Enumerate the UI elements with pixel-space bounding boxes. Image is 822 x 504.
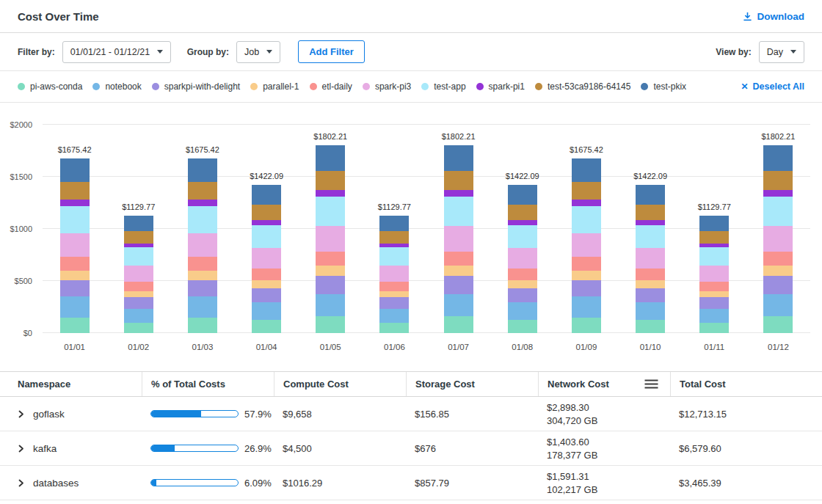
bar-segment-pi-aws-conda[interactable] — [508, 320, 537, 333]
bar-segment-sparkpi-with-delight[interactable] — [763, 276, 793, 293]
bar-segment-parallel-1[interactable] — [508, 280, 537, 288]
bar-segment-spark-pi1[interactable] — [508, 220, 537, 225]
bar-segment-test-53ca9186-64145[interactable] — [316, 171, 345, 190]
bar-segment-notebook[interactable] — [60, 296, 90, 317]
bar-segment-etl-daily[interactable] — [60, 257, 90, 270]
bar-segment-test-app[interactable] — [636, 225, 665, 248]
bar-segment-test-pkix[interactable] — [188, 158, 217, 182]
bar-segment-test-53ca9186-64145[interactable] — [60, 182, 90, 200]
namespace-cell[interactable]: goflask — [0, 397, 142, 431]
bar-segment-test-53ca9186-64145[interactable] — [572, 182, 601, 200]
namespace-cell[interactable]: databases — [0, 466, 142, 500]
bar-segment-etl-daily[interactable] — [508, 269, 537, 280]
bar-segment-parallel-1[interactable] — [699, 291, 729, 298]
bar-segment-test-app[interactable] — [508, 225, 537, 248]
bar-segment-test-app[interactable] — [60, 206, 90, 233]
table-row-goflask[interactable]: goflask57.9%$9,658$156.85$2,898.30304,72… — [0, 397, 822, 431]
bar-segment-parallel-1[interactable] — [124, 291, 153, 298]
bar-segment-sparkpi-with-delight[interactable] — [316, 276, 345, 293]
bar-segment-test-53ca9186-64145[interactable] — [763, 171, 793, 190]
bar-segment-spark-pi3[interactable] — [60, 233, 90, 258]
bar-segment-test-app[interactable] — [699, 247, 729, 266]
bar-segment-etl-daily[interactable] — [444, 252, 473, 266]
bar-segment-etl-daily[interactable] — [188, 257, 217, 270]
bar-segment-pi-aws-conda[interactable] — [699, 323, 729, 333]
bar-segment-parallel-1[interactable] — [763, 266, 793, 276]
bar-segment-sparkpi-with-delight[interactable] — [572, 280, 601, 297]
bar-segment-pi-aws-conda[interactable] — [444, 316, 473, 333]
bar-segment-parallel-1[interactable] — [444, 266, 473, 276]
bar-segment-notebook[interactable] — [572, 296, 601, 317]
legend-item-pi-aws-conda[interactable]: pi-aws-conda — [18, 81, 82, 92]
bar-segment-spark-pi3[interactable] — [252, 248, 281, 269]
bar-segment-etl-daily[interactable] — [699, 282, 729, 291]
bar-segment-parallel-1[interactable] — [572, 271, 601, 280]
bar-segment-test-pkix[interactable] — [444, 145, 473, 170]
bar-segment-pi-aws-conda[interactable] — [124, 323, 153, 333]
chevron-right-icon[interactable] — [16, 478, 26, 488]
bar-segment-test-pkix[interactable] — [763, 145, 793, 170]
bar-segment-parallel-1[interactable] — [636, 280, 665, 288]
stacked-bar-01-06[interactable] — [379, 125, 409, 333]
bar-segment-spark-pi3[interactable] — [572, 233, 601, 258]
bar-segment-spark-pi3[interactable] — [379, 266, 409, 282]
bar-segment-test-app[interactable] — [763, 197, 793, 226]
legend-item-test-pkix[interactable]: test-pkix — [641, 81, 686, 92]
bar-segment-test-app[interactable] — [188, 206, 217, 233]
bar-segment-test-pkix[interactable] — [124, 216, 153, 232]
bar-segment-pi-aws-conda[interactable] — [252, 320, 281, 333]
bar-segment-pi-aws-conda[interactable] — [60, 318, 90, 333]
bar-segment-etl-daily[interactable] — [316, 252, 345, 266]
bar-segment-etl-daily[interactable] — [124, 282, 153, 291]
bar-segment-notebook[interactable] — [252, 302, 281, 320]
bar-segment-sparkpi-with-delight[interactable] — [252, 288, 281, 302]
bar-segment-test-53ca9186-64145[interactable] — [188, 182, 217, 200]
stacked-bar-01-04[interactable] — [252, 125, 281, 333]
bar-segment-parallel-1[interactable] — [316, 266, 345, 276]
legend-item-parallel-1[interactable]: parallel-1 — [250, 81, 299, 92]
download-button[interactable]: Download — [742, 11, 805, 22]
bar-segment-test-53ca9186-64145[interactable] — [379, 231, 409, 243]
chevron-right-icon[interactable] — [16, 409, 26, 419]
bar-segment-parallel-1[interactable] — [60, 271, 90, 280]
stacked-bar-01-08[interactable] — [508, 125, 537, 333]
legend-item-sparkpi-with-delight[interactable]: sparkpi-with-delight — [152, 81, 240, 92]
bar-segment-sparkpi-with-delight[interactable] — [188, 280, 217, 297]
bar-segment-spark-pi3[interactable] — [636, 248, 665, 269]
bar-segment-notebook[interactable] — [763, 294, 793, 317]
bar-segment-test-53ca9186-64145[interactable] — [124, 231, 153, 243]
bar-segment-notebook[interactable] — [508, 302, 537, 320]
bar-segment-spark-pi1[interactable] — [572, 200, 601, 206]
stacked-bar-01-09[interactable] — [572, 125, 601, 333]
bar-segment-spark-pi1[interactable] — [316, 190, 345, 197]
bar-segment-notebook[interactable] — [316, 294, 345, 317]
bar-segment-test-pkix[interactable] — [316, 145, 345, 170]
bar-segment-notebook[interactable] — [124, 309, 153, 323]
bar-segment-test-pkix[interactable] — [60, 158, 90, 182]
bar-segment-etl-daily[interactable] — [636, 269, 665, 280]
bar-segment-test-app[interactable] — [572, 206, 601, 233]
legend-item-etl-daily[interactable]: etl-daily — [310, 81, 352, 92]
bar-segment-spark-pi3[interactable] — [699, 266, 729, 282]
bar-segment-test-pkix[interactable] — [508, 185, 537, 205]
bar-segment-spark-pi1[interactable] — [252, 220, 281, 225]
bar-segment-test-app[interactable] — [444, 197, 473, 226]
bar-segment-parallel-1[interactable] — [379, 291, 409, 298]
bar-segment-spark-pi1[interactable] — [188, 200, 217, 206]
bar-segment-spark-pi3[interactable] — [444, 226, 473, 252]
bar-segment-spark-pi1[interactable] — [636, 220, 665, 225]
bar-segment-test-53ca9186-64145[interactable] — [636, 205, 665, 219]
bar-segment-spark-pi3[interactable] — [508, 248, 537, 269]
bar-segment-test-pkix[interactable] — [379, 216, 409, 232]
legend-item-test-53ca9186-64145[interactable]: test-53ca9186-64145 — [535, 81, 630, 92]
add-filter-button[interactable]: Add Filter — [298, 40, 365, 63]
bar-segment-spark-pi3[interactable] — [316, 226, 345, 252]
bar-segment-spark-pi1[interactable] — [763, 190, 793, 197]
bar-segment-test-app[interactable] — [124, 247, 153, 266]
bar-segment-etl-daily[interactable] — [572, 257, 601, 270]
table-row-databases[interactable]: databases6.09%$1016.29$857.79$1,591.3110… — [0, 466, 822, 500]
bar-segment-etl-daily[interactable] — [763, 252, 793, 266]
bar-segment-sparkpi-with-delight[interactable] — [379, 297, 409, 308]
bar-segment-test-pkix[interactable] — [572, 158, 601, 182]
stacked-bar-01-05[interactable] — [316, 125, 345, 333]
